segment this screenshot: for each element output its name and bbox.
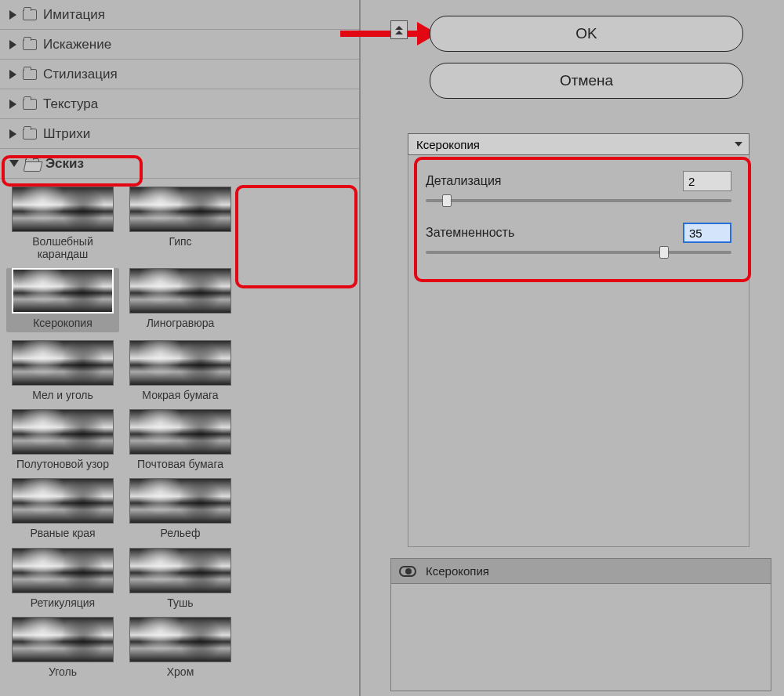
folder-icon bbox=[23, 129, 37, 140]
thumbnail-preview-image bbox=[12, 187, 114, 232]
thumbnail-label: Рельеф bbox=[161, 527, 201, 539]
ok-button-label: OK bbox=[575, 25, 597, 42]
chevron-up-icon bbox=[395, 31, 403, 34]
category-row[interactable]: Искажение bbox=[0, 30, 359, 60]
thumbnail-label: Уголь bbox=[49, 665, 77, 678]
filter-thumbnail[interactable]: Волшебный карандаш bbox=[6, 187, 119, 260]
folder-icon bbox=[23, 39, 37, 50]
parameter-input[interactable] bbox=[683, 171, 731, 191]
filter-category-panel: ИмитацияИскажениеСтилизацияТекстураШтрих… bbox=[0, 0, 361, 696]
thumbnail-label: Ксерокопия bbox=[33, 317, 93, 329]
folder-icon bbox=[23, 9, 37, 20]
slider-thumb[interactable] bbox=[442, 194, 452, 207]
cancel-button[interactable]: Отмена bbox=[430, 63, 743, 99]
filter-thumbnail[interactable]: Уголь bbox=[6, 617, 119, 678]
thumbnail-label: Ретикуляция bbox=[31, 596, 95, 609]
thumbnail-preview-image bbox=[129, 617, 231, 662]
triangle-right-icon bbox=[9, 40, 16, 49]
parameter-row: Затемненность bbox=[426, 223, 731, 254]
folder-icon bbox=[23, 99, 37, 110]
category-label: Искажение bbox=[43, 37, 111, 53]
filter-dropdown-value: Ксерокопия bbox=[416, 138, 480, 151]
filter-thumbnail[interactable]: Полутоновой узор bbox=[6, 409, 119, 470]
filter-parameters-box: ДетализацияЗатемненность bbox=[408, 155, 750, 547]
thumbnail-label: Мел и уголь bbox=[32, 389, 93, 401]
thumbnail-label: Волшебный карандаш bbox=[6, 235, 119, 260]
collapse-panel-button[interactable] bbox=[390, 20, 408, 39]
parameter-input[interactable] bbox=[683, 223, 731, 243]
filter-layers-panel: Ксерокопия bbox=[390, 558, 771, 691]
category-row[interactable]: Эскиз bbox=[0, 149, 359, 179]
category-label: Имитация bbox=[43, 7, 105, 23]
category-row[interactable]: Штрихи bbox=[0, 119, 359, 149]
thumbnail-preview-image bbox=[129, 268, 231, 314]
filter-thumbnail[interactable]: Ксерокопия bbox=[6, 268, 119, 332]
filter-thumbnail[interactable]: Почтовая бумага bbox=[124, 409, 237, 470]
thumbnail-label: Хром bbox=[167, 665, 194, 678]
triangle-right-icon bbox=[9, 100, 16, 109]
filter-thumbnail[interactable]: Хром bbox=[124, 617, 237, 678]
parameter-slider[interactable] bbox=[426, 199, 731, 202]
thumbnail-preview-image bbox=[12, 340, 114, 386]
filter-thumbnail[interactable]: Рваные края bbox=[6, 478, 119, 539]
filter-thumbnail[interactable]: Мокрая бумага bbox=[124, 340, 237, 401]
thumbnail-preview-image bbox=[129, 340, 231, 386]
visibility-eye-icon[interactable] bbox=[399, 566, 416, 577]
thumbnail-preview-image bbox=[12, 548, 114, 593]
thumbnail-label: Линогравюра bbox=[147, 317, 215, 329]
filter-thumbnail-grid: Волшебный карандашГипсКсерокопияЛинограв… bbox=[0, 179, 359, 686]
thumbnail-label: Полутоновой узор bbox=[16, 458, 109, 470]
chevron-up-icon bbox=[395, 26, 403, 30]
parameter-label: Детализация bbox=[426, 174, 502, 188]
parameter-slider[interactable] bbox=[426, 251, 731, 254]
parameter-label: Затемненность bbox=[426, 226, 514, 240]
thumbnail-label: Тушь bbox=[167, 596, 193, 609]
category-row[interactable]: Текстура bbox=[0, 89, 359, 119]
triangle-right-icon bbox=[9, 70, 16, 79]
thumbnail-label: Мокрая бумага bbox=[142, 389, 218, 401]
category-label: Штрихи bbox=[43, 126, 90, 142]
triangle-down-icon bbox=[9, 160, 19, 167]
thumbnail-label: Рваные края bbox=[30, 527, 95, 539]
thumbnail-preview-image bbox=[12, 617, 114, 662]
filter-layer-label: Ксерокопия bbox=[426, 564, 489, 578]
filter-thumbnail[interactable]: Тушь bbox=[124, 548, 237, 609]
thumbnail-label: Почтовая бумага bbox=[137, 458, 223, 470]
thumbnail-preview-image bbox=[129, 548, 231, 593]
folder-icon bbox=[25, 158, 39, 169]
parameter-row: Детализация bbox=[426, 171, 731, 202]
filter-dropdown[interactable]: Ксерокопия bbox=[408, 133, 750, 155]
thumbnail-preview-image bbox=[129, 409, 231, 455]
category-label: Текстура bbox=[43, 96, 98, 112]
triangle-right-icon bbox=[9, 129, 16, 139]
triangle-right-icon bbox=[9, 10, 16, 20]
category-label: Стилизация bbox=[43, 67, 118, 82]
thumbnail-preview-image bbox=[12, 268, 114, 314]
category-row[interactable]: Имитация bbox=[0, 0, 359, 30]
thumbnail-preview-image bbox=[12, 478, 114, 524]
thumbnail-preview-image bbox=[12, 409, 114, 455]
thumbnail-preview-image bbox=[129, 478, 231, 524]
thumbnail-label: Гипс bbox=[169, 235, 191, 248]
thumbnail-preview-image bbox=[129, 187, 231, 232]
cancel-button-label: Отмена bbox=[560, 72, 613, 89]
filter-layer-row[interactable]: Ксерокопия bbox=[391, 559, 771, 584]
filter-thumbnail[interactable]: Мел и уголь bbox=[6, 340, 119, 401]
category-row[interactable]: Стилизация bbox=[0, 60, 359, 89]
slider-thumb[interactable] bbox=[659, 246, 669, 259]
chevron-down-icon bbox=[735, 142, 742, 147]
filter-thumbnail[interactable]: Гипс bbox=[124, 187, 237, 260]
filter-thumbnail[interactable]: Линогравюра bbox=[124, 268, 237, 332]
filter-thumbnail[interactable]: Рельеф bbox=[124, 478, 237, 539]
filter-thumbnail[interactable]: Ретикуляция bbox=[6, 548, 119, 609]
ok-button[interactable]: OK bbox=[430, 16, 743, 52]
category-label: Эскиз bbox=[45, 156, 84, 172]
folder-icon bbox=[23, 69, 37, 80]
